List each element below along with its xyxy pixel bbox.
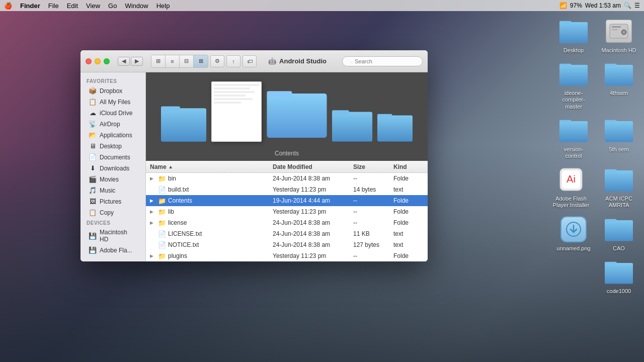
sidebar-item-movies[interactable]: 🎬 Movies <box>83 174 143 185</box>
sidebar-item-all-my-files[interactable]: 📋 All My Files <box>83 97 143 107</box>
macintosh-hd-sidebar-label: Macintosh HD <box>100 229 137 243</box>
coverflow-folder-3[interactable] <box>377 112 413 142</box>
table-row[interactable]: 📄 LICENSE.txt 24-Jun-2014 8:38 am 11 KB … <box>146 228 428 239</box>
svg-rect-29 <box>267 91 292 97</box>
close-button[interactable] <box>86 58 92 64</box>
sidebar-item-copy[interactable]: 📋 Copy <box>83 207 143 218</box>
share-button[interactable]: ↑ <box>226 55 240 67</box>
desktop-icon-acm[interactable]: ACM ICPC AMRITA <box>599 163 639 211</box>
dropbox-label: Dropbox <box>100 87 122 95</box>
coverflow-document <box>211 81 262 142</box>
tray-menu[interactable]: ☰ <box>634 2 640 9</box>
file-name: build.txt <box>168 186 189 193</box>
col-header-date[interactable]: Date Modified <box>273 163 353 170</box>
table-row[interactable]: ▶ 📁 Contents 19-Jun-2014 4:44 am -- Fold… <box>146 195 428 206</box>
table-row[interactable]: ▶ 📁 plugins Yesterday 11:23 pm -- Folde <box>146 250 428 261</box>
menubar-go[interactable]: Go <box>108 2 117 10</box>
folder-icon: 📁 <box>158 197 166 205</box>
desktop-icon-ideone[interactable]: ideone-compiler-master <box>553 58 594 112</box>
file-name: Contents <box>168 197 192 204</box>
view-list-mode[interactable]: ≡ <box>166 55 180 67</box>
table-row[interactable]: 📄 build.txt Yesterday 11:23 pm 14 bytes … <box>146 184 428 195</box>
sidebar-item-adobe-fla[interactable]: 💾 Adobe Fla... <box>83 245 143 255</box>
desktop-icon-5thsem[interactable]: 5th sem <box>599 114 639 161</box>
view-cover-flow[interactable]: ⊠ <box>194 55 208 67</box>
file-icon: 📄 <box>158 230 166 238</box>
desktop-icon-code1000[interactable]: code1000 <box>599 256 639 297</box>
desktop-icon-adobe-flash[interactable]: Ai Adobe Flash Player Installer <box>548 163 594 211</box>
maximize-button[interactable] <box>104 58 110 64</box>
minimize-button[interactable] <box>95 58 101 64</box>
file-date: 19-Jun-2014 4:44 am <box>273 197 353 204</box>
file-name: license <box>168 219 187 226</box>
svg-rect-12 <box>559 121 588 142</box>
desktop-icon-macintosh-hd[interactable]: Macintosh HD <box>599 15 639 56</box>
menubar-file[interactable]: File <box>48 2 59 10</box>
tray-search[interactable]: 🔍 <box>624 2 631 9</box>
file-kind: Folde <box>393 197 424 204</box>
file-list-header: Name ▲ Date Modified Size Kind <box>146 161 428 173</box>
forward-button[interactable]: ▶ <box>131 57 143 66</box>
svg-rect-4 <box>612 26 621 28</box>
applications-label: Applications <box>100 132 132 139</box>
pictures-label: Pictures <box>100 198 121 205</box>
tray-wifi: 📶 <box>559 2 567 9</box>
sidebar-item-airdrop[interactable]: 📡 AirDrop <box>83 119 143 129</box>
menubar-help[interactable]: Help <box>156 2 170 10</box>
apple-menu[interactable]: 🍎 <box>4 2 12 10</box>
file-name: lib <box>168 208 174 215</box>
back-button[interactable]: ◀ <box>118 57 130 66</box>
sidebar-item-macintosh-hd[interactable]: 💾 Macintosh HD <box>83 227 143 244</box>
unnamed-png-img <box>559 215 588 243</box>
table-row[interactable]: 📄 NOTICE.txt 24-Jun-2014 8:38 am 127 byt… <box>146 239 428 250</box>
expand-chevron[interactable]: ▶ <box>150 253 156 258</box>
sidebar-item-applications[interactable]: 📂 Applications <box>83 130 143 140</box>
table-row[interactable]: ▶ 📁 license 24-Jun-2014 8:38 am -- Folde <box>146 217 428 228</box>
file-size: -- <box>353 252 393 259</box>
sidebar-item-music[interactable]: 🎵 Music <box>83 185 143 196</box>
svg-rect-19 <box>605 170 633 191</box>
table-row[interactable]: ▶ 📁 bin 24-Jun-2014 8:38 am -- Folde <box>146 173 428 184</box>
nav-buttons: ◀ ▶ <box>118 57 143 66</box>
file-size: 11 KB <box>353 230 393 237</box>
expand-chevron[interactable]: ▶ <box>150 176 156 181</box>
sidebar-item-pictures[interactable]: 🖼 Pictures <box>83 196 143 207</box>
sidebar-item-icloud[interactable]: ☁ iCloud Drive <box>83 108 143 118</box>
col-header-name[interactable]: Name ▲ <box>150 163 273 170</box>
coverflow-folder-1[interactable] <box>161 104 206 142</box>
coverflow-folder-2[interactable] <box>332 108 372 142</box>
desktop-icon-version-control[interactable]: version-control <box>553 114 594 161</box>
desktop-icon-4thsem[interactable]: 4thsem <box>599 58 639 112</box>
desktop-icon-cao[interactable]: CAO <box>599 213 639 254</box>
view-icon-mode[interactable]: ⊞ <box>151 55 166 67</box>
applications-icon: 📂 <box>89 131 97 139</box>
finder-window: ◀ ▶ ⊞ ≡ ⊟ ⊠ ⚙ ↑ 🏷 🤖 Android Studio 🔍 Fav… <box>80 50 428 261</box>
menubar-finder[interactable]: Finder <box>20 2 40 10</box>
coverflow-selected-folder[interactable] <box>267 87 327 138</box>
menubar-view[interactable]: View <box>86 2 100 10</box>
sidebar-item-documents[interactable]: 📄 Documents <box>83 152 143 162</box>
file-name: LICENSE.txt <box>168 230 202 237</box>
sidebar-item-dropbox[interactable]: 📦 Dropbox <box>83 85 143 96</box>
file-name: plugins <box>168 252 187 259</box>
expand-chevron[interactable]: ▶ <box>150 209 156 214</box>
search-input[interactable] <box>342 56 423 66</box>
desktop-icon-unnamed-png[interactable]: unnamed.png <box>553 213 594 254</box>
music-icon: 🎵 <box>89 187 97 194</box>
expand-chevron[interactable]: ▶ <box>150 198 156 203</box>
tag-button[interactable]: 🏷 <box>243 55 257 67</box>
sidebar-item-downloads[interactable]: ⬇ Downloads <box>83 163 143 173</box>
menubar-window[interactable]: Window <box>125 2 148 10</box>
col-header-size[interactable]: Size <box>353 163 393 170</box>
col-header-kind[interactable]: Kind <box>393 163 424 170</box>
svg-point-7 <box>623 31 625 33</box>
desktop-icon-desktop[interactable]: Desktop <box>553 15 594 56</box>
expand-chevron[interactable]: ▶ <box>150 220 156 225</box>
view-column-mode[interactable]: ⊟ <box>180 55 194 67</box>
menubar-edit[interactable]: Edit <box>67 2 78 10</box>
sidebar-item-desktop[interactable]: 🖥 Desktop <box>83 141 143 151</box>
svg-rect-15 <box>605 120 617 123</box>
svg-rect-30 <box>332 112 372 141</box>
table-row[interactable]: ▶ 📁 lib Yesterday 11:23 pm -- Folde <box>146 206 428 217</box>
action-button[interactable]: ⚙ <box>210 55 224 67</box>
